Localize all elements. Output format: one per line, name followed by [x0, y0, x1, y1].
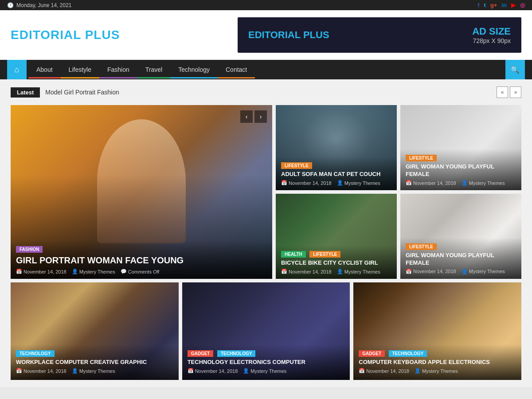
ad-size-label: AD SIZE	[472, 26, 511, 37]
keyboard-meta: 📅 November 14, 2018 👤 Mystery Themes	[359, 368, 516, 374]
keyboard-overlay: GADGET TECHNOLOGY COMPUTER KEYBOARD APPL…	[353, 344, 521, 380]
playful-title: GIRL WOMAN YOUNG PLAYFUL FEMALE	[406, 252, 516, 267]
hero-overlay: FASHION GIRL PORTRAIT WOMAN FACE YOUNG 📅…	[11, 240, 272, 279]
hero-next-arrow[interactable]: ›	[254, 110, 267, 123]
tech-title: TECHNOLOGY ELECTRONICS COMPUTER	[188, 359, 345, 366]
twitter-icon[interactable]: t	[484, 2, 486, 8]
usa-girl-badge: LIFESTYLE	[406, 155, 437, 161]
ticker-prev[interactable]: «	[497, 86, 508, 98]
sofa-badge: LIFESTYLE	[281, 162, 312, 169]
nav-item-contact[interactable]: Contact	[218, 61, 255, 78]
nav-item-travel[interactable]: Travel	[137, 61, 170, 78]
playful-date: 📅 November 14, 2018	[406, 269, 456, 274]
ticker-text: Model Girl Portrait Fashion	[45, 89, 491, 96]
calendar-icon: 📅	[16, 269, 22, 274]
tech-date: 📅 November 14, 2018	[188, 368, 238, 374]
card-bicycle[interactable]: HEALTH LIFESTYLE BICYCLE BIKE CITY CYCLI…	[276, 194, 397, 279]
facebook-icon[interactable]: f	[477, 2, 479, 8]
top-bar-date: Monday, June 14, 2021	[16, 2, 72, 8]
keyboard-badge1: GADGET	[359, 350, 385, 357]
bicycle-author: 👤 Mystery Themes	[337, 269, 380, 274]
social-icons[interactable]: f t g+ in ▶ ◎	[477, 2, 525, 8]
linkedin-icon[interactable]: in	[501, 2, 507, 8]
hero-comments: 💬 Comments Off	[121, 269, 160, 274]
workplace-badge: TECHNOLOGY	[16, 350, 55, 357]
search-icon: 🔍	[511, 66, 520, 74]
card-usa-girl[interactable]: LIFESTYLE GIRL WOMAN YOUNG PLAYFUL FEMAL…	[400, 105, 521, 190]
keyboard-author: 👤 Mystery Themes	[415, 368, 458, 374]
bicycle-date: 📅 November 14, 2018	[281, 269, 332, 274]
tech-meta: 📅 November 14, 2018 👤 Mystery Themes	[188, 368, 345, 374]
workplace-title: WORKPLACE COMPUTER CREATIVE GRAPHIC	[16, 359, 173, 366]
playful-meta: 📅 November 14, 2018 👤 Mystery Themes	[406, 269, 516, 274]
header: EDITORIAL PLUS EDITORIAL PLUS AD SIZE 72…	[0, 10, 532, 60]
tech-overlay: GADGET TECHNOLOGY TECHNOLOGY ELECTRONICS…	[182, 344, 350, 380]
workplace-meta: 📅 November 14, 2018 👤 Mystery Themes	[16, 368, 173, 374]
logo-text: EDITORIAL	[11, 28, 85, 42]
bicycle-badge1: HEALTH	[281, 251, 306, 258]
usa-girl-title: GIRL WOMAN YOUNG PLAYFUL FEMALE	[406, 163, 516, 178]
ticker-controls[interactable]: « »	[497, 86, 521, 98]
workplace-overlay: TECHNOLOGY WORKPLACE COMPUTER CREATIVE G…	[11, 344, 179, 380]
hero-prev-arrow[interactable]: ‹	[240, 110, 253, 123]
hero-grid: ‹ › FASHION GIRL PORTRAIT WOMAN FACE YOU…	[11, 105, 521, 279]
workplace-date: 📅 November 14, 2018	[16, 368, 66, 374]
googleplus-icon[interactable]: g+	[490, 2, 497, 8]
sofa-title: ADULT SOFA MAN CAT PET COUCH	[281, 171, 391, 178]
home-nav-button[interactable]: ⌂	[7, 60, 27, 79]
nav-item-about[interactable]: About	[28, 61, 61, 78]
latest-ticker: Latest Model Girl Portrait Fashion « »	[11, 86, 521, 98]
ad-banner: EDITORIAL PLUS AD SIZE 728px X 90px	[238, 17, 521, 53]
hero-title: GIRL PORTRAIT WOMAN FACE YOUNG	[16, 254, 267, 266]
nav-item-technology[interactable]: Technology	[170, 61, 218, 78]
ticker-next[interactable]: »	[510, 86, 521, 98]
hero-large-card[interactable]: ‹ › FASHION GIRL PORTRAIT WOMAN FACE YOU…	[11, 105, 272, 279]
nav-items: About Lifestyle Fashion Travel Technolog…	[28, 61, 505, 78]
card-keyboard[interactable]: GADGET TECHNOLOGY COMPUTER KEYBOARD APPL…	[353, 282, 521, 380]
workplace-author: 👤 Mystery Themes	[72, 368, 115, 374]
nav-item-lifestyle[interactable]: Lifestyle	[61, 61, 99, 78]
top-bar: 🕐 Monday, June 14, 2021 f t g+ in ▶ ◎	[0, 0, 532, 10]
card-sofa[interactable]: LIFESTYLE ADULT SOFA MAN CAT PET COUCH 📅…	[276, 105, 397, 190]
sofa-author: 👤 Mystery Themes	[337, 180, 380, 186]
logo-plus: PLUS	[85, 28, 120, 42]
ad-size-value: 728px X 90px	[472, 37, 511, 44]
clock-icon: 🕐	[7, 2, 14, 8]
search-button[interactable]: 🔍	[505, 60, 525, 79]
usa-author: 👤 Mystery Themes	[462, 180, 505, 186]
navigation: ⌂ About Lifestyle Fashion Travel Technol…	[0, 60, 532, 79]
card-tech-electronics[interactable]: GADGET TECHNOLOGY TECHNOLOGY ELECTRONICS…	[182, 282, 350, 380]
instagram-icon[interactable]: ◎	[520, 2, 525, 8]
hero-date: 📅 November 14, 2018	[16, 269, 66, 274]
home-icon: ⌂	[15, 65, 20, 74]
sofa-date: 📅 November 14, 2018	[281, 180, 332, 186]
hero-arrows[interactable]: ‹ ›	[240, 110, 267, 123]
tech-badge1: GADGET	[188, 350, 214, 357]
playful-girl-overlay: LIFESTYLE GIRL WOMAN YOUNG PLAYFUL FEMAL…	[400, 238, 521, 279]
keyboard-date: 📅 November 14, 2018	[359, 368, 409, 374]
main-content: Latest Model Girl Portrait Fashion « » ‹…	[0, 79, 532, 387]
bottom-grid: TECHNOLOGY WORKPLACE COMPUTER CREATIVE G…	[11, 282, 521, 380]
top-bar-left: 🕐 Monday, June 14, 2021	[7, 2, 72, 8]
ticker-label: Latest	[11, 87, 40, 98]
keyboard-title: COMPUTER KEYBOARD APPLE ELECTRONICS	[359, 359, 516, 366]
site-logo[interactable]: EDITORIAL PLUS	[11, 28, 120, 42]
sofa-meta: 📅 November 14, 2018 👤 Mystery Themes	[281, 180, 391, 186]
hero-meta: 📅 November 14, 2018 👤 Mystery Themes 💬 C…	[16, 269, 267, 274]
bicycle-title: BICYCLE BIKE CITY CYCLIST GIRL	[281, 259, 391, 267]
nav-item-fashion[interactable]: Fashion	[99, 61, 137, 78]
playful-badge: LIFESTYLE	[406, 243, 437, 250]
youtube-icon[interactable]: ▶	[511, 2, 516, 8]
ad-logo: EDITORIAL PLUS	[248, 29, 329, 41]
keyboard-badge2: TECHNOLOGY	[389, 350, 427, 357]
usa-girl-overlay: LIFESTYLE GIRL WOMAN YOUNG PLAYFUL FEMAL…	[400, 149, 521, 190]
ad-size-info: AD SIZE 728px X 90px	[472, 26, 511, 44]
sofa-overlay: LIFESTYLE ADULT SOFA MAN CAT PET COUCH 📅…	[276, 156, 397, 190]
usa-date: 📅 November 14, 2018	[406, 180, 456, 186]
bicycle-meta: 📅 November 14, 2018 👤 Mystery Themes	[281, 269, 391, 274]
author-icon: 👤	[72, 269, 78, 274]
card-girl-playful[interactable]: LIFESTYLE GIRL WOMAN YOUNG PLAYFUL FEMAL…	[400, 194, 521, 279]
card-workplace[interactable]: TECHNOLOGY WORKPLACE COMPUTER CREATIVE G…	[11, 282, 179, 380]
playful-author: 👤 Mystery Themes	[462, 269, 505, 274]
comment-icon: 💬	[121, 269, 127, 274]
